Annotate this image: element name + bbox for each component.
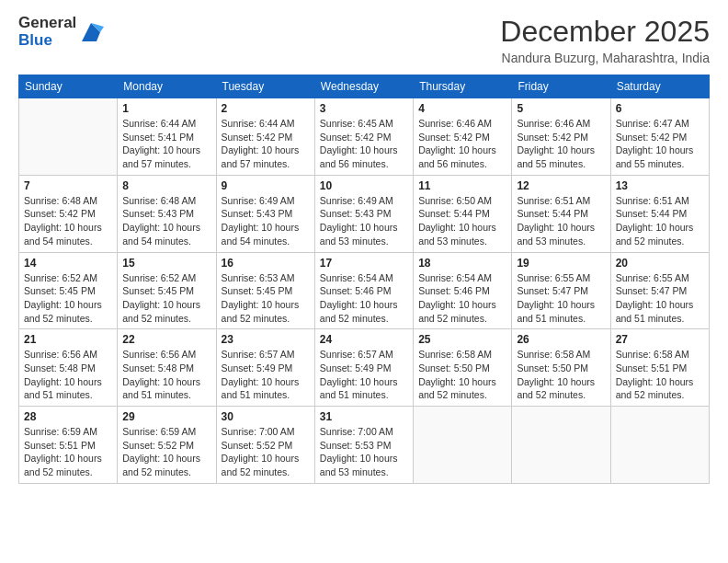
day-number: 1 bbox=[122, 102, 210, 115]
calendar-cell: 14Sunrise: 6:52 AMSunset: 5:45 PMDayligh… bbox=[19, 252, 118, 329]
location: Nandura Buzurg, Maharashtra, India bbox=[500, 51, 710, 65]
day-number: 29 bbox=[122, 410, 210, 423]
calendar-cell: 4Sunrise: 6:46 AMSunset: 5:42 PMDaylight… bbox=[414, 98, 512, 176]
calendar-cell: 28Sunrise: 6:59 AMSunset: 5:51 PMDayligh… bbox=[19, 407, 118, 484]
month-title: December 2025 bbox=[500, 15, 710, 49]
day-info: Sunrise: 6:52 AMSunset: 5:45 PMDaylight:… bbox=[24, 271, 112, 326]
day-info: Sunrise: 6:45 AMSunset: 5:42 PMDaylight:… bbox=[320, 117, 408, 171]
calendar-cell: 25Sunrise: 6:58 AMSunset: 5:50 PMDayligh… bbox=[414, 329, 512, 407]
calendar-cell: 6Sunrise: 6:47 AMSunset: 5:42 PMDaylight… bbox=[610, 98, 709, 176]
day-info: Sunrise: 6:46 AMSunset: 5:42 PMDaylight:… bbox=[418, 117, 506, 171]
page: General Blue December 2025 Nandura Buzur… bbox=[0, 0, 728, 563]
calendar-cell: 20Sunrise: 6:55 AMSunset: 5:47 PMDayligh… bbox=[610, 252, 709, 329]
day-info: Sunrise: 6:57 AMSunset: 5:49 PMDaylight:… bbox=[320, 348, 408, 402]
calendar-cell: 1Sunrise: 6:44 AMSunset: 5:41 PMDaylight… bbox=[118, 98, 216, 176]
calendar-cell: 26Sunrise: 6:58 AMSunset: 5:50 PMDayligh… bbox=[512, 329, 610, 407]
weekday-saturday: Saturday bbox=[610, 75, 709, 98]
weekday-monday: Monday bbox=[118, 75, 216, 98]
day-info: Sunrise: 6:48 AMSunset: 5:43 PMDaylight:… bbox=[122, 194, 210, 248]
day-info: Sunrise: 6:59 AMSunset: 5:51 PMDaylight:… bbox=[24, 425, 112, 479]
calendar-cell: 10Sunrise: 6:49 AMSunset: 5:43 PMDayligh… bbox=[314, 175, 413, 252]
day-number: 12 bbox=[517, 179, 605, 192]
day-info: Sunrise: 6:56 AMSunset: 5:48 PMDaylight:… bbox=[24, 348, 112, 402]
day-number: 21 bbox=[24, 333, 112, 346]
day-number: 11 bbox=[418, 179, 506, 192]
day-number: 22 bbox=[122, 333, 210, 346]
day-number: 5 bbox=[517, 102, 605, 115]
day-number: 8 bbox=[122, 179, 210, 192]
calendar-cell bbox=[19, 98, 118, 176]
day-info: Sunrise: 6:55 AMSunset: 5:47 PMDaylight:… bbox=[517, 271, 605, 326]
day-info: Sunrise: 6:49 AMSunset: 5:43 PMDaylight:… bbox=[222, 194, 310, 248]
day-number: 15 bbox=[122, 257, 210, 270]
day-info: Sunrise: 6:58 AMSunset: 5:51 PMDaylight:… bbox=[616, 348, 704, 402]
weekday-header-row: SundayMondayTuesdayWednesdayThursdayFrid… bbox=[19, 75, 710, 98]
weekday-wednesday: Wednesday bbox=[314, 75, 413, 98]
calendar-cell bbox=[512, 407, 610, 484]
calendar-cell: 2Sunrise: 6:44 AMSunset: 5:42 PMDaylight… bbox=[216, 98, 314, 176]
day-number: 6 bbox=[616, 102, 704, 115]
calendar-cell: 9Sunrise: 6:49 AMSunset: 5:43 PMDaylight… bbox=[216, 175, 314, 252]
day-info: Sunrise: 6:50 AMSunset: 5:44 PMDaylight:… bbox=[418, 194, 506, 248]
day-info: Sunrise: 6:53 AMSunset: 5:45 PMDaylight:… bbox=[222, 271, 310, 326]
day-info: Sunrise: 6:56 AMSunset: 5:48 PMDaylight:… bbox=[122, 348, 210, 402]
week-row-5: 28Sunrise: 6:59 AMSunset: 5:51 PMDayligh… bbox=[19, 407, 710, 484]
calendar-cell: 31Sunrise: 7:00 AMSunset: 5:53 PMDayligh… bbox=[314, 407, 413, 484]
day-info: Sunrise: 6:58 AMSunset: 5:50 PMDaylight:… bbox=[517, 348, 605, 402]
day-info: Sunrise: 7:00 AMSunset: 5:52 PMDaylight:… bbox=[222, 425, 310, 479]
calendar-cell: 13Sunrise: 6:51 AMSunset: 5:44 PMDayligh… bbox=[610, 175, 709, 252]
calendar-cell: 30Sunrise: 7:00 AMSunset: 5:52 PMDayligh… bbox=[216, 407, 314, 484]
calendar-cell: 5Sunrise: 6:46 AMSunset: 5:42 PMDaylight… bbox=[512, 98, 610, 176]
calendar-cell: 15Sunrise: 6:52 AMSunset: 5:45 PMDayligh… bbox=[118, 252, 216, 329]
calendar-cell: 21Sunrise: 6:56 AMSunset: 5:48 PMDayligh… bbox=[19, 329, 118, 407]
day-info: Sunrise: 6:59 AMSunset: 5:52 PMDaylight:… bbox=[122, 425, 210, 479]
day-info: Sunrise: 6:58 AMSunset: 5:50 PMDaylight:… bbox=[418, 348, 506, 402]
day-number: 17 bbox=[320, 257, 408, 270]
weekday-sunday: Sunday bbox=[19, 75, 118, 98]
day-number: 9 bbox=[222, 179, 310, 192]
day-info: Sunrise: 6:49 AMSunset: 5:43 PMDaylight:… bbox=[320, 194, 408, 248]
logo-line1: General bbox=[18, 15, 76, 32]
logo: General Blue bbox=[18, 15, 104, 49]
calendar-cell: 24Sunrise: 6:57 AMSunset: 5:49 PMDayligh… bbox=[314, 329, 413, 407]
day-number: 26 bbox=[517, 333, 605, 346]
day-info: Sunrise: 6:46 AMSunset: 5:42 PMDaylight:… bbox=[517, 117, 605, 171]
day-number: 4 bbox=[418, 102, 506, 115]
day-number: 24 bbox=[320, 333, 408, 346]
calendar-cell: 12Sunrise: 6:51 AMSunset: 5:44 PMDayligh… bbox=[512, 175, 610, 252]
calendar-cell: 29Sunrise: 6:59 AMSunset: 5:52 PMDayligh… bbox=[118, 407, 216, 484]
day-info: Sunrise: 6:54 AMSunset: 5:46 PMDaylight:… bbox=[418, 271, 506, 326]
calendar-cell: 22Sunrise: 6:56 AMSunset: 5:48 PMDayligh… bbox=[118, 329, 216, 407]
weekday-thursday: Thursday bbox=[414, 75, 512, 98]
calendar-cell: 23Sunrise: 6:57 AMSunset: 5:49 PMDayligh… bbox=[216, 329, 314, 407]
day-number: 28 bbox=[24, 410, 112, 423]
calendar-cell: 8Sunrise: 6:48 AMSunset: 5:43 PMDaylight… bbox=[118, 175, 216, 252]
calendar-cell: 11Sunrise: 6:50 AMSunset: 5:44 PMDayligh… bbox=[414, 175, 512, 252]
day-number: 13 bbox=[616, 179, 704, 192]
day-number: 31 bbox=[320, 410, 408, 423]
week-row-4: 21Sunrise: 6:56 AMSunset: 5:48 PMDayligh… bbox=[19, 329, 710, 407]
weekday-tuesday: Tuesday bbox=[216, 75, 314, 98]
week-row-3: 14Sunrise: 6:52 AMSunset: 5:45 PMDayligh… bbox=[19, 252, 710, 329]
day-number: 16 bbox=[222, 257, 310, 270]
day-info: Sunrise: 6:52 AMSunset: 5:45 PMDaylight:… bbox=[122, 271, 210, 326]
calendar-cell: 7Sunrise: 6:48 AMSunset: 5:42 PMDaylight… bbox=[19, 175, 118, 252]
week-row-2: 7Sunrise: 6:48 AMSunset: 5:42 PMDaylight… bbox=[19, 175, 710, 252]
day-number: 3 bbox=[320, 102, 408, 115]
day-number: 27 bbox=[616, 333, 704, 346]
header: General Blue December 2025 Nandura Buzur… bbox=[18, 15, 710, 65]
calendar-cell: 17Sunrise: 6:54 AMSunset: 5:46 PMDayligh… bbox=[314, 252, 413, 329]
day-number: 2 bbox=[222, 102, 310, 115]
calendar-cell: 19Sunrise: 6:55 AMSunset: 5:47 PMDayligh… bbox=[512, 252, 610, 329]
day-number: 14 bbox=[24, 257, 112, 270]
logo-line2: Blue bbox=[18, 32, 76, 50]
day-info: Sunrise: 6:44 AMSunset: 5:41 PMDaylight:… bbox=[122, 117, 210, 171]
calendar-cell: 27Sunrise: 6:58 AMSunset: 5:51 PMDayligh… bbox=[610, 329, 709, 407]
day-number: 30 bbox=[222, 410, 310, 423]
calendar-cell: 18Sunrise: 6:54 AMSunset: 5:46 PMDayligh… bbox=[414, 252, 512, 329]
day-number: 25 bbox=[418, 333, 506, 346]
calendar-table: SundayMondayTuesdayWednesdayThursdayFrid… bbox=[18, 75, 710, 484]
day-number: 19 bbox=[517, 257, 605, 270]
day-number: 20 bbox=[616, 257, 704, 270]
day-number: 10 bbox=[320, 179, 408, 192]
